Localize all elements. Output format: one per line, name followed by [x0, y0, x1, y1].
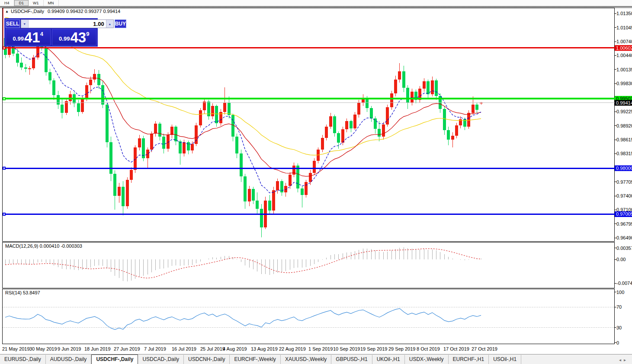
- candle: [52, 80, 55, 95]
- candle: [207, 102, 210, 116]
- chart-title: ▲USDCHF-,Daily0.99409 0.99432 0.99377 0.…: [5, 9, 120, 14]
- date-axis-label: 22 Aug 2019: [279, 346, 306, 351]
- symbol-period-label: USDCHF-,Daily: [11, 9, 44, 14]
- tab-scroll-arrows[interactable]: ◂▸: [619, 358, 632, 364]
- chart-tab-usdx-weekly[interactable]: USDX-,Weekly: [405, 355, 449, 364]
- chart-tab-usdcad-daily[interactable]: USDCAD-,Daily: [138, 355, 184, 364]
- candle: [390, 93, 393, 107]
- candle: [28, 68, 31, 69]
- chart-tab-gbpusd-h1[interactable]: GBPUSD-,H1: [331, 355, 372, 364]
- candle: [134, 147, 137, 170]
- candle: [451, 136, 454, 140]
- date-axis-label: 21 May 2019: [2, 346, 30, 351]
- sell-button[interactable]: SELL: [6, 19, 20, 28]
- candle: [113, 174, 116, 196]
- candle: [321, 138, 324, 150]
- volume-input[interactable]: [29, 20, 106, 28]
- chart-tab-usdcnh-daily[interactable]: USDCNH-,Daily: [184, 355, 230, 364]
- line-handle-dot: [3, 168, 5, 169]
- candle: [398, 71, 401, 80]
- candle: [122, 187, 125, 206]
- candle: [455, 125, 458, 136]
- candle: [378, 129, 381, 137]
- price-tick-label: 0.99225: [616, 109, 632, 114]
- sell-price-display[interactable]: 0.99 41 4: [6, 29, 51, 45]
- candle: [93, 74, 96, 80]
- candle: [301, 188, 304, 195]
- candle: [402, 71, 405, 88]
- chart-tab-eurchf-h1[interactable]: EURCHF-,H1: [449, 355, 489, 364]
- candle: [89, 80, 92, 85]
- candle: [427, 81, 430, 94]
- candle: [341, 129, 344, 143]
- candle: [252, 189, 255, 201]
- line-handle-dot: [3, 98, 5, 99]
- candle: [195, 125, 198, 144]
- candle: [423, 81, 426, 89]
- line-price-label: 0.98000: [616, 166, 632, 171]
- candle: [443, 109, 446, 130]
- price-tick-label: 0.98615: [616, 137, 632, 142]
- volume-group: ▼ ▲: [21, 19, 114, 28]
- candle: [183, 142, 186, 153]
- candle: [292, 166, 295, 175]
- candle: [85, 85, 88, 99]
- sell-price-pip: 4: [40, 31, 43, 37]
- macd-axis-label: 0.003574: [616, 246, 632, 251]
- price-tick-label: 0.97400: [616, 193, 632, 198]
- chart-canvas[interactable]: 1.006020.995030.980000.970050.994141.013…: [0, 0, 632, 364]
- candle: [61, 105, 64, 113]
- candle: [276, 181, 279, 190]
- candle: [16, 54, 19, 63]
- buy-button[interactable]: BUY: [115, 19, 126, 28]
- candle: [296, 166, 299, 188]
- candle: [350, 121, 353, 128]
- candle: [467, 113, 470, 127]
- chart-tab-audusd-daily[interactable]: AUDUSD-,Daily: [46, 355, 92, 364]
- candle: [179, 141, 182, 153]
- candle: [97, 74, 100, 85]
- ohlc-values: 0.99409 0.99432 0.99377 0.99414: [48, 9, 120, 14]
- chart-tab-eurusd-daily[interactable]: EURUSD-,Daily: [0, 355, 46, 364]
- collapse-arrow-icon[interactable]: ▲: [5, 10, 9, 13]
- buy-price-pip: 9: [86, 31, 89, 37]
- chart-tab-xauusd-weekly[interactable]: XAUUSD-,Weekly: [281, 355, 331, 364]
- date-axis-label: 4 Aug 2019: [223, 346, 247, 351]
- candle: [142, 138, 145, 158]
- candle: [313, 161, 316, 173]
- candle: [382, 125, 385, 137]
- candle: [353, 115, 356, 128]
- candle: [81, 99, 84, 112]
- candle: [126, 180, 129, 206]
- chart-tab-usoil-h1[interactable]: USOil-,H1: [489, 355, 521, 364]
- price-tick-label: 0.96795: [616, 221, 632, 227]
- line-price-label: 1.00602: [616, 45, 632, 51]
- candle: [268, 201, 271, 211]
- volume-decrease-button[interactable]: ▼: [21, 20, 29, 28]
- current-price-label: 0.99414: [616, 100, 632, 105]
- candle: [69, 94, 72, 101]
- candle: [289, 175, 292, 186]
- chart-tab-bar: EURUSD-,DailyAUDUSD-,DailyUSDCHF-,DailyU…: [0, 354, 632, 364]
- chart-tab-eurchf-weekly[interactable]: EURCHF-,Weekly: [230, 355, 280, 364]
- volume-increase-button[interactable]: ▲: [106, 20, 113, 28]
- date-axis-label: 30 May 2019: [29, 346, 57, 351]
- date-axis-label: 29 Sep 2019: [388, 346, 415, 351]
- buy-price-display[interactable]: 0.99 43 9: [52, 29, 97, 45]
- rsi-axis-label: 30: [616, 325, 622, 330]
- date-axis-label: 1 Sep 2019: [308, 346, 333, 351]
- candle: [472, 105, 475, 113]
- candle: [235, 137, 238, 153]
- candle: [317, 150, 320, 161]
- candle: [370, 108, 373, 118]
- buy-price-big: 43: [70, 31, 86, 44]
- price-tick-label: 1.00135: [616, 67, 632, 72]
- candle: [106, 105, 109, 143]
- chart-tab-ukoil-h1[interactable]: UKOil-,H1: [372, 355, 405, 364]
- chart-tab-usdchf-daily[interactable]: USDCHF-,Daily: [91, 354, 138, 364]
- price-tick-label: 0.97100: [616, 207, 632, 212]
- candle: [231, 115, 234, 137]
- candle: [406, 88, 409, 102]
- candle: [459, 119, 462, 125]
- candle: [170, 127, 173, 135]
